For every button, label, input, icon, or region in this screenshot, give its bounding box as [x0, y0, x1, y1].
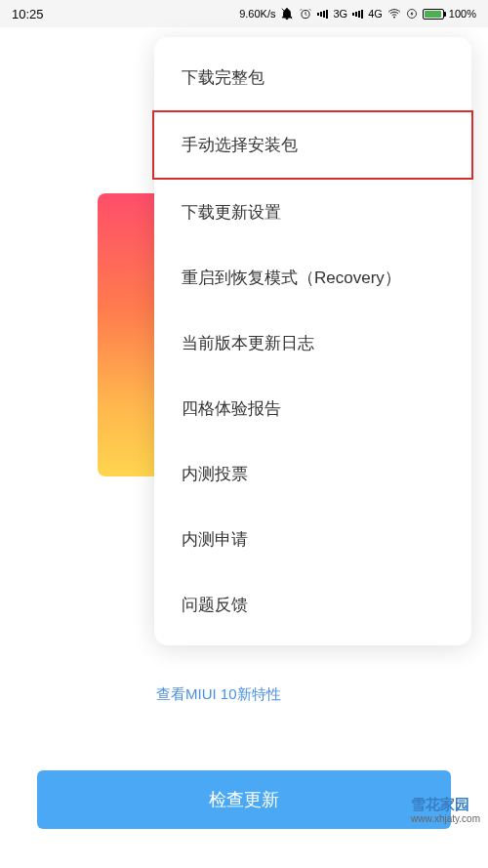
- menu-manual-select[interactable]: 手动选择安装包: [152, 110, 473, 180]
- charging-icon: [406, 8, 418, 20]
- dnd-icon: [280, 7, 294, 21]
- wifi-icon: [387, 7, 401, 21]
- watermark: 雪花家园 www.xhjaty.com: [370, 792, 480, 829]
- alarm-icon: [299, 7, 312, 21]
- signal-icon-1: [317, 10, 328, 19]
- menu-recovery-mode[interactable]: 重启到恢复模式（Recovery）: [154, 245, 471, 310]
- battery-icon: [423, 9, 444, 20]
- svg-point-1: [393, 17, 395, 19]
- status-time: 10:25: [12, 7, 44, 21]
- menu-feedback[interactable]: 问题反馈: [154, 572, 471, 638]
- menu-changelog[interactable]: 当前版本更新日志: [154, 310, 471, 376]
- signal-icon-2: [352, 10, 363, 19]
- main-content: 下载完整包 手动选择安装包 下载更新设置 重启到恢复模式（Recovery） 当…: [0, 27, 488, 868]
- watermark-url: www.xhjaty.com: [411, 813, 480, 824]
- menu-download-full[interactable]: 下载完整包: [154, 45, 471, 110]
- status-bar: 10:25 9.60K/s 3G 4G 100%: [0, 0, 488, 27]
- menu-experience-report[interactable]: 四格体验报告: [154, 376, 471, 441]
- menu-beta-apply[interactable]: 内测申请: [154, 507, 471, 572]
- network-type-1: 3G: [333, 8, 347, 20]
- watermark-title: 雪花家园: [411, 797, 480, 813]
- status-indicators: 9.60K/s 3G 4G 100%: [239, 7, 476, 21]
- options-menu: 下载完整包 手动选择安装包 下载更新设置 重启到恢复模式（Recovery） 当…: [154, 37, 471, 645]
- features-link[interactable]: 查看MIUI 10新特性: [156, 685, 281, 704]
- menu-download-settings[interactable]: 下载更新设置: [154, 180, 471, 245]
- network-speed: 9.60K/s: [239, 8, 275, 20]
- network-type-2: 4G: [368, 8, 383, 20]
- menu-beta-vote[interactable]: 内测投票: [154, 441, 471, 507]
- watermark-logo-icon: [370, 792, 407, 829]
- battery-percent: 100%: [449, 8, 476, 20]
